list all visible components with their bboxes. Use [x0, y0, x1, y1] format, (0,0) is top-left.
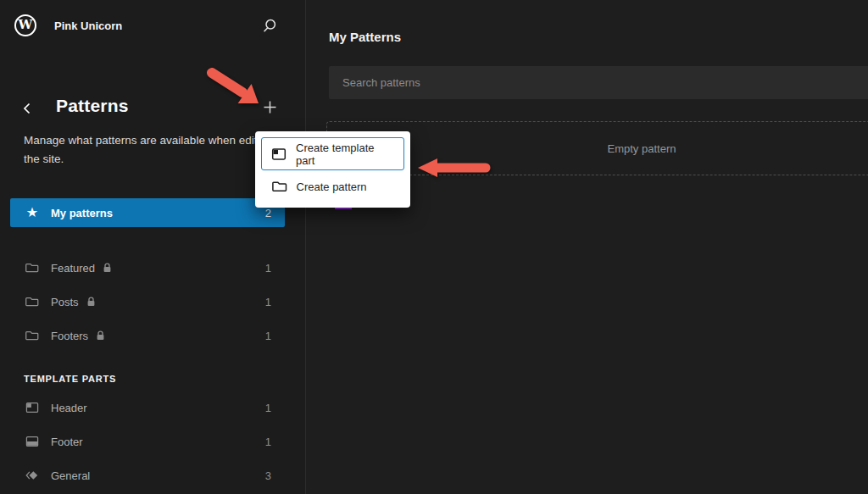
- sidebar-item-label: Posts: [51, 296, 79, 308]
- item-count-badge: 1: [265, 330, 271, 342]
- header-template-part-icon: [24, 399, 41, 416]
- sidebar-item-label: General: [51, 469, 90, 482]
- lock-icon: [96, 330, 105, 341]
- main-title: My Patterns: [329, 30, 401, 44]
- symbol-icon: [24, 467, 41, 484]
- plus-icon: [264, 101, 276, 114]
- folder-icon: [271, 178, 288, 195]
- menu-item-create-template-part[interactable]: Create template part: [261, 137, 404, 170]
- sidebar-item-posts[interactable]: Posts 1: [10, 285, 285, 319]
- item-count-badge: 3: [265, 469, 271, 482]
- panel-description: Manage what patterns are available when …: [24, 131, 278, 169]
- template-part-icon: [270, 146, 287, 163]
- pattern-preview-fragment: [335, 208, 352, 209]
- footer-template-part-icon: [24, 433, 41, 450]
- search-patterns-input[interactable]: [329, 66, 868, 99]
- site-hub: W Pink Unicorn: [0, 0, 305, 51]
- sidebar-item-footer[interactable]: Footer 1: [10, 425, 285, 458]
- sidebar-item-label: My patterns: [51, 207, 113, 219]
- item-count-badge: 1: [265, 262, 271, 275]
- sidebar-item-label: Featured: [51, 262, 95, 275]
- sidebar-item-my-patterns[interactable]: ★ My patterns 2: [10, 198, 285, 227]
- panel-header: Patterns: [0, 92, 305, 125]
- lock-icon: [103, 263, 112, 273]
- folder-icon: [24, 327, 41, 344]
- sidebar-item-general[interactable]: General 3: [10, 458, 285, 492]
- wordpress-logo-button[interactable]: W: [14, 14, 36, 36]
- add-new-dropdown-menu: Create template part Create pattern: [255, 131, 410, 208]
- page-title: Patterns: [56, 96, 129, 116]
- sidebar-item-footers[interactable]: Footers 1: [10, 319, 285, 352]
- wordpress-logo-icon: W: [19, 19, 33, 31]
- item-count-badge: 1: [265, 296, 271, 308]
- add-new-button[interactable]: [258, 95, 281, 119]
- site-name: Pink Unicorn: [54, 19, 122, 32]
- item-count-badge: 1: [265, 402, 271, 414]
- menu-item-label: Create pattern: [297, 180, 367, 193]
- folder-icon: [24, 259, 41, 276]
- sidebar-item-label: Header: [51, 402, 87, 414]
- folder-icon: [24, 293, 41, 310]
- sidebar-item-label: Footer: [51, 436, 83, 448]
- sidebar-item-label: Footers: [51, 330, 88, 342]
- chevron-left-icon: [21, 102, 33, 115]
- sidebar-item-header[interactable]: Header 1: [10, 391, 285, 425]
- site-editor-patterns-screen: W Pink Unicorn Patterns: [0, 0, 868, 494]
- lock-icon: [86, 297, 96, 307]
- sidebar: W Pink Unicorn Patterns: [0, 0, 306, 494]
- item-count-badge: 2: [265, 207, 271, 219]
- back-button[interactable]: [17, 97, 37, 120]
- sidebar-item-featured[interactable]: Featured 1: [10, 251, 285, 285]
- template-parts-heading: TEMPLATE PARTS: [24, 374, 116, 384]
- empty-pattern-label: Empty pattern: [608, 142, 676, 155]
- search-icon: [260, 17, 279, 36]
- search-button[interactable]: [258, 14, 281, 38]
- main-content: My Patterns Empty pattern: [307, 0, 868, 494]
- item-count-badge: 1: [265, 436, 271, 448]
- star-icon: ★: [24, 204, 41, 221]
- menu-item-create-pattern[interactable]: Create pattern: [261, 171, 404, 202]
- menu-item-label: Create template part: [296, 142, 395, 167]
